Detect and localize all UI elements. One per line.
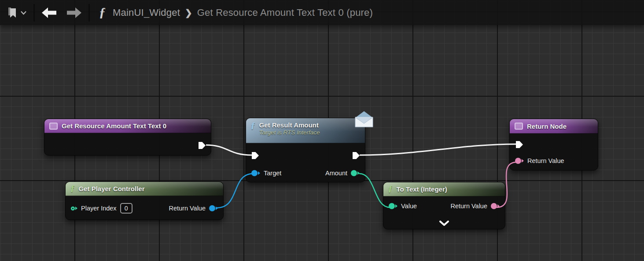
value-input-pin[interactable] bbox=[389, 203, 397, 209]
forward-arrow-icon bbox=[66, 7, 82, 18]
return-node-icon bbox=[515, 123, 523, 130]
node-title: Return Node bbox=[527, 123, 567, 130]
player-index-field[interactable] bbox=[120, 203, 132, 214]
blueprint-editor: ƒ MainUI_Widget ❯ Get Resource Amount Te… bbox=[0, 0, 644, 261]
node-get-player-controller[interactable]: ƒ Get Player Controller Player Index Ret… bbox=[65, 181, 224, 220]
node-title: Get Player Controller bbox=[79, 185, 145, 192]
event-node-icon bbox=[49, 123, 58, 130]
node-title: Get Result Amount bbox=[259, 121, 320, 129]
return-value-output-pin[interactable] bbox=[491, 203, 500, 209]
node-subtitle: Target is RTS Interface bbox=[259, 129, 320, 136]
function-icon: ƒ bbox=[99, 4, 106, 19]
function-icon: ƒ bbox=[251, 121, 255, 130]
toolbar: ƒ MainUI_Widget ❯ Get Resource Amount Te… bbox=[0, 0, 644, 25]
player-index-input-pin[interactable] bbox=[71, 207, 77, 210]
function-icon: ƒ bbox=[70, 184, 75, 192]
pin-label: Amount bbox=[325, 170, 347, 177]
toolbar-separator bbox=[88, 4, 90, 22]
mail-envelope-icon bbox=[354, 110, 374, 128]
exec-output-pin[interactable] bbox=[353, 152, 360, 159]
pin-label: Target bbox=[264, 170, 281, 177]
pin-label: Return Value bbox=[450, 203, 487, 210]
exec-input-pin[interactable] bbox=[516, 141, 523, 148]
node-get-result-amount[interactable]: ƒ Get Result Amount Target is RTS Interf… bbox=[246, 118, 365, 182]
return-value-input-pin[interactable] bbox=[515, 158, 524, 164]
bookmark-button[interactable] bbox=[4, 5, 29, 21]
pin-label: Player Index bbox=[81, 205, 117, 212]
pin-label: Return Value bbox=[169, 205, 206, 212]
toolbar-separator bbox=[33, 4, 35, 22]
bookmark-icon bbox=[7, 7, 18, 19]
exec-output-pin[interactable] bbox=[199, 142, 206, 149]
breadcrumb-separator-icon: ❯ bbox=[185, 7, 192, 18]
back-arrow-icon bbox=[41, 7, 57, 18]
node-title: Get Resource Amount Text Text 0 bbox=[62, 122, 166, 130]
expand-node-chevron-icon[interactable] bbox=[439, 220, 449, 228]
function-icon: ƒ bbox=[388, 185, 393, 193]
pin-label: Value bbox=[401, 203, 417, 210]
amount-output-pin[interactable] bbox=[351, 170, 360, 176]
pin-label: Return Value bbox=[527, 157, 564, 164]
node-title: To Text (Integer) bbox=[397, 185, 447, 193]
exec-input-pin[interactable] bbox=[252, 152, 259, 159]
breadcrumb-current: Get Resource Amount Text Text 0 (pure) bbox=[197, 7, 373, 18]
forward-button[interactable] bbox=[63, 5, 85, 20]
back-button[interactable] bbox=[39, 5, 60, 20]
breadcrumb-root[interactable]: MainUI_Widget bbox=[113, 7, 180, 18]
node-to-text-integer[interactable]: ƒ To Text (Integer) Value Return Value bbox=[383, 182, 505, 229]
node-get-resource-amount-text[interactable]: Get Resource Amount Text Text 0 bbox=[44, 119, 211, 156]
chevron-down-icon bbox=[20, 11, 27, 15]
node-return[interactable]: Return Node Return Value bbox=[509, 119, 598, 170]
